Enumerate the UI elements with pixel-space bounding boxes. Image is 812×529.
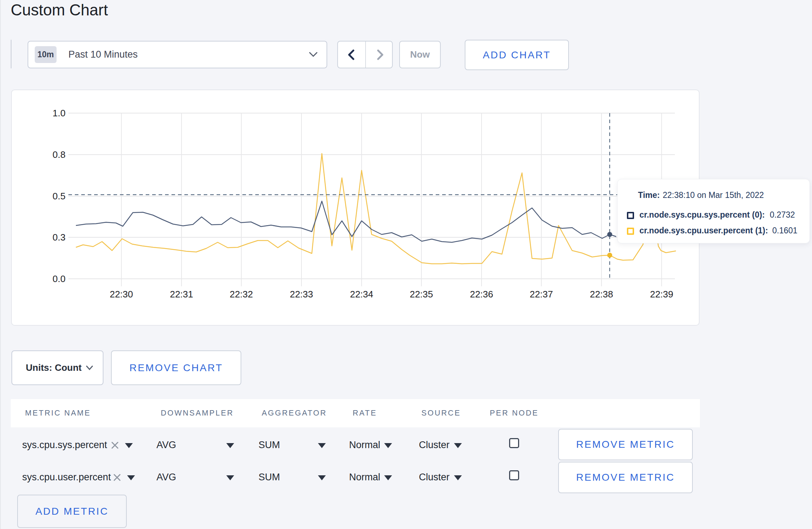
svg-text:22:36: 22:36	[470, 289, 493, 300]
svg-text:0.5: 0.5	[53, 191, 66, 202]
svg-text:22:39: 22:39	[650, 289, 673, 300]
svg-text:22:35: 22:35	[410, 289, 433, 300]
svg-text:22:38: 22:38	[590, 289, 613, 300]
svg-text:22:30: 22:30	[110, 289, 133, 300]
svg-text:22:37: 22:37	[530, 289, 553, 300]
svg-text:0.0: 0.0	[53, 273, 66, 284]
svg-text:22:31: 22:31	[170, 289, 193, 300]
svg-text:1.0: 1.0	[53, 108, 66, 118]
svg-text:22:32: 22:32	[229, 289, 253, 300]
svg-text:0.3: 0.3	[53, 232, 66, 243]
svg-text:22:33: 22:33	[290, 289, 313, 300]
svg-text:22:34: 22:34	[350, 289, 373, 300]
svg-text:0.8: 0.8	[53, 149, 66, 160]
